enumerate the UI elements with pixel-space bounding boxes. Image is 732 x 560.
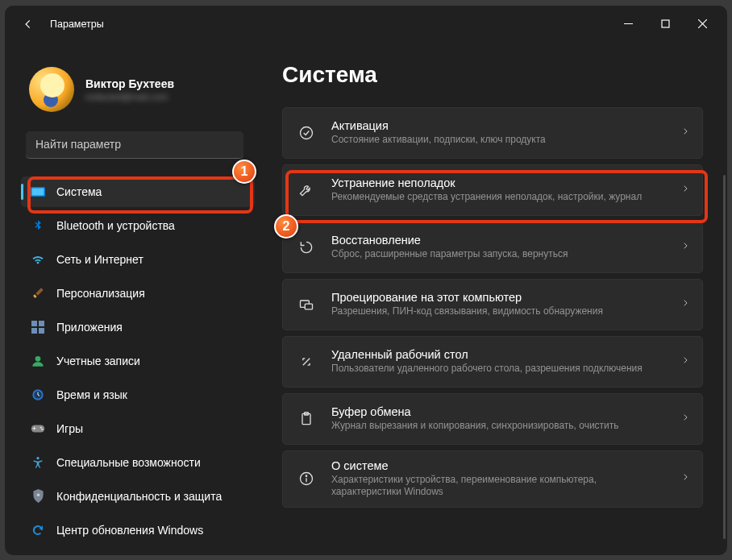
sidebar-item-label: Время и язык: [56, 388, 127, 401]
sidebar-item-gaming[interactable]: Игры: [21, 413, 255, 444]
card-desc: Характеристики устройства, переименовани…: [331, 474, 665, 499]
card-troubleshoot[interactable]: Устранение неполадокРекомендуемые средст…: [282, 164, 703, 216]
annotation-badge-1: 1: [232, 160, 256, 184]
svg-rect-1: [662, 20, 669, 27]
chevron-right-icon: [681, 471, 689, 486]
card-desc: Состояние активации, подписки, ключ прод…: [331, 134, 665, 147]
clipboard-icon: [297, 410, 315, 428]
privacy-icon: [31, 489, 45, 504]
sidebar-item-label: Специальные возможности: [56, 456, 201, 469]
sidebar-item-label: Конфиденциальность и защита: [56, 490, 222, 503]
profile-email: redacted@mail.com: [85, 92, 174, 102]
sidebar-item-wifi[interactable]: Сеть и Интернет: [21, 244, 255, 275]
card-clipboard[interactable]: Буфер обменаЖурнал вырезания и копирован…: [282, 393, 703, 445]
profile-name: Виктор Бухтеев: [85, 77, 174, 90]
page-title: Система: [282, 62, 703, 88]
maximize-button[interactable]: [647, 8, 684, 40]
sidebar-item-label: Персонализация: [56, 287, 145, 300]
cards-list: АктивацияСостояние активации, подписки, …: [282, 107, 703, 510]
back-button[interactable]: [19, 15, 37, 33]
svg-point-25: [306, 475, 306, 476]
profile-block[interactable]: Виктор Бухтеев redacted@mail.com: [21, 67, 255, 112]
svg-rect-20: [305, 304, 312, 309]
recovery-icon: [297, 239, 315, 256]
card-desc: Рекомендуемые средства устранения непола…: [331, 191, 665, 204]
card-remote[interactable]: Удаленный рабочий столПользователи удале…: [282, 336, 703, 388]
chevron-right-icon: [681, 240, 689, 255]
settings-window: Параметры Виктор Бухтеев redacted@mail.c…: [5, 6, 727, 555]
chevron-right-icon: [681, 355, 689, 369]
sidebar: Виктор Бухтеев redacted@mail.com Система…: [21, 43, 263, 555]
svg-rect-6: [31, 321, 37, 326]
about-icon: [297, 470, 315, 487]
titlebar: Параметры: [5, 6, 727, 43]
card-title: Устранение неполадок: [331, 176, 665, 189]
card-title: Восстановление: [331, 234, 665, 247]
sidebar-item-account[interactable]: Учетные записи: [21, 346, 255, 376]
card-projection[interactable]: Проецирование на этот компьютерРазрешени…: [282, 279, 703, 330]
card-activation[interactable]: АктивацияСостояние активации, подписки, …: [282, 107, 703, 159]
svg-point-10: [35, 356, 41, 362]
update-icon: [31, 523, 45, 537]
annotation-badge-2: 2: [274, 214, 298, 239]
card-desc: Сброс, расширенные параметры запуска, ве…: [331, 248, 665, 261]
time-icon: [31, 388, 45, 402]
search-input[interactable]: [26, 131, 243, 159]
sidebar-item-label: Система: [56, 185, 102, 198]
remote-icon: [297, 353, 315, 371]
sidebar-item-time[interactable]: Время и язык: [21, 380, 255, 410]
chevron-right-icon: [681, 183, 689, 197]
sidebar-item-apps[interactable]: Приложения: [21, 312, 255, 342]
chevron-right-icon: [681, 412, 689, 426]
svg-rect-5: [32, 188, 44, 195]
card-title: Удаленный рабочий стол: [331, 348, 665, 361]
activation-icon: [297, 124, 315, 142]
card-title: О системе: [331, 459, 665, 472]
svg-rect-7: [39, 321, 44, 326]
svg-point-18: [301, 127, 313, 139]
card-about[interactable]: О системеХарактеристики устройства, пере…: [282, 450, 703, 508]
brush-icon: [31, 286, 45, 301]
accessibility-icon: [31, 455, 45, 470]
sidebar-item-privacy[interactable]: Конфиденциальность и защита: [21, 481, 255, 512]
sidebar-item-label: Сеть и Интернет: [56, 253, 143, 266]
card-desc: Журнал вырезания и копирования, синхрони…: [331, 420, 665, 433]
sidebar-item-update[interactable]: Центр обновления Windows: [21, 515, 255, 545]
close-button[interactable]: [684, 8, 721, 40]
window-title: Параметры: [50, 19, 609, 30]
bluetooth-icon: [31, 218, 45, 233]
avatar: [29, 67, 74, 112]
svg-point-14: [40, 426, 42, 428]
sidebar-item-brush[interactable]: Персонализация: [21, 278, 255, 309]
card-desc: Пользователи удаленного рабочего стола, …: [331, 363, 665, 375]
wifi-icon: [31, 252, 45, 267]
card-title: Буфер обмена: [331, 405, 665, 418]
nav-list: СистемаBluetooth и устройстваСеть и Инте…: [21, 176, 255, 545]
chevron-right-icon: [681, 297, 689, 312]
sidebar-item-label: Учетные записи: [56, 355, 140, 367]
apps-icon: [31, 320, 45, 334]
troubleshoot-icon: [297, 181, 315, 199]
scrollbar[interactable]: [723, 175, 726, 539]
sidebar-item-accessibility[interactable]: Специальные возможности: [21, 447, 255, 478]
svg-point-17: [36, 493, 40, 496]
svg-point-15: [41, 428, 43, 429]
chevron-right-icon: [681, 126, 689, 140]
card-desc: Разрешения, ПИН-код связывания, видимост…: [331, 305, 665, 318]
svg-point-16: [36, 457, 39, 459]
system-icon: [31, 185, 45, 199]
svg-rect-9: [39, 328, 44, 334]
projection-icon: [297, 296, 315, 313]
sidebar-item-label: Приложения: [56, 321, 123, 334]
sidebar-item-bluetooth[interactable]: Bluetooth и устройства: [21, 210, 255, 241]
card-title: Активация: [331, 119, 665, 132]
main-panel: Система АктивацияСостояние активации, по…: [263, 43, 727, 555]
card-recovery[interactable]: ВосстановлениеСброс, расширенные парамет…: [282, 222, 703, 273]
sidebar-item-label: Bluetooth и устройства: [56, 219, 175, 232]
svg-rect-8: [31, 328, 37, 334]
sidebar-item-label: Игры: [56, 422, 83, 435]
gaming-icon: [31, 421, 45, 436]
sidebar-item-label: Центр обновления Windows: [56, 524, 203, 537]
sidebar-item-system[interactable]: Система: [21, 176, 255, 207]
minimize-button[interactable]: [609, 8, 647, 40]
